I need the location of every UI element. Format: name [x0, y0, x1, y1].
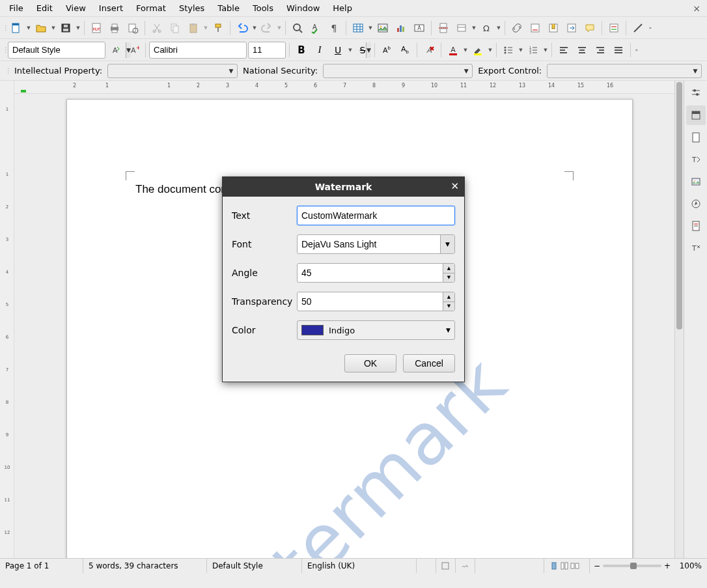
zoom-knob[interactable]: [630, 563, 637, 569]
document-close-icon[interactable]: ×: [689, 3, 704, 14]
formatting-marks-button[interactable]: ¶: [326, 20, 342, 36]
open-button[interactable]: [33, 20, 49, 36]
menu-file[interactable]: File: [3, 1, 30, 15]
bold-button[interactable]: B: [293, 42, 310, 59]
scrollbar-thumb[interactable]: [676, 82, 682, 329]
subscript-button[interactable]: Ab: [396, 42, 413, 59]
watermark-font-input[interactable]: [298, 235, 440, 253]
multi-page-icon[interactable]: [560, 561, 569, 570]
insert-table-dropdown-icon[interactable]: ▼: [368, 20, 373, 36]
ec-dropdown[interactable]: ▼: [547, 64, 702, 78]
menu-view[interactable]: View: [59, 1, 92, 15]
zoom-percent[interactable]: 100%: [674, 559, 707, 573]
status-insert-mode[interactable]: [417, 559, 436, 573]
spin-up-icon[interactable]: ▲: [443, 264, 454, 273]
menu-tools[interactable]: Tools: [246, 1, 280, 15]
menu-styles[interactable]: Styles: [173, 1, 211, 15]
undo-button[interactable]: [234, 20, 251, 36]
ruler-indent-marker[interactable]: [21, 90, 26, 92]
sidebar-manage-changes-button[interactable]: [686, 216, 706, 236]
footnote-button[interactable]: [527, 20, 544, 36]
cut-button[interactable]: [148, 20, 165, 36]
watermark-font-combo[interactable]: ▼: [297, 234, 455, 254]
watermark-angle-spinner[interactable]: ▲▼: [297, 263, 455, 283]
horizontal-ruler[interactable]: 2 1 1 2 3 4 5 6 7 8 9 10 11 12 13 14 15 …: [14, 81, 674, 94]
status-wordcount[interactable]: 5 words, 39 characters: [83, 559, 207, 573]
toolbar-overflow-icon[interactable]: »: [648, 20, 653, 36]
font-size-combo[interactable]: ▼: [248, 42, 286, 59]
vertical-ruler[interactable]: 1 1 2 3 4 5 6 7 8 9 10 11 12: [0, 81, 14, 558]
page-break-button[interactable]: [435, 20, 452, 36]
spin-down-icon[interactable]: ▼: [443, 273, 454, 283]
number-list-button[interactable]: 123: [525, 42, 542, 59]
menu-window[interactable]: Window: [280, 1, 326, 15]
highlight-button[interactable]: [469, 42, 486, 59]
track-changes-button[interactable]: [605, 20, 622, 36]
menu-insert[interactable]: Insert: [92, 1, 130, 15]
new-style-button[interactable]: A+: [125, 42, 142, 59]
toolbar-grip-icon[interactable]: ⋮: [5, 67, 9, 74]
insert-field-button[interactable]: [453, 20, 470, 36]
zoom-out-icon[interactable]: −: [594, 561, 600, 570]
clone-format-button[interactable]: [210, 20, 227, 36]
save-dropdown-icon[interactable]: ▼: [76, 20, 81, 36]
save-button[interactable]: [57, 20, 74, 36]
print-preview-button[interactable]: [124, 20, 141, 36]
number-dropdown-icon[interactable]: ▼: [543, 42, 548, 59]
open-dropdown-icon[interactable]: ▼: [51, 20, 56, 36]
undo-dropdown-icon[interactable]: ▼: [252, 20, 257, 36]
sidebar-styles-button[interactable]: T: [686, 150, 706, 169]
align-left-button[interactable]: [555, 42, 572, 59]
ip-dropdown[interactable]: ▼: [107, 64, 238, 78]
export-pdf-button[interactable]: PDF: [88, 20, 105, 36]
watermark-transparency-input[interactable]: [298, 292, 443, 311]
menu-table[interactable]: Table: [211, 1, 246, 15]
watermark-transparency-spinner[interactable]: ▲▼: [297, 292, 455, 311]
spin-down-icon[interactable]: ▼: [443, 302, 454, 311]
dialog-titlebar[interactable]: Watermark ✕: [223, 177, 464, 197]
special-char-dropdown-icon[interactable]: ▼: [496, 20, 501, 36]
sidebar-accessibility-button[interactable]: T: [686, 238, 706, 258]
align-right-button[interactable]: [592, 42, 609, 59]
vertical-scrollbar[interactable]: [674, 81, 684, 558]
menu-help[interactable]: Help: [326, 1, 359, 15]
comment-button[interactable]: [581, 20, 598, 36]
sidebar-settings-button[interactable]: [686, 83, 706, 103]
font-color-dropdown-icon[interactable]: ▼: [463, 42, 468, 59]
formatting-overflow-icon[interactable]: »: [634, 42, 639, 59]
paragraph-style-combo[interactable]: ▼: [8, 42, 105, 59]
highlight-dropdown-icon[interactable]: ▼: [488, 42, 493, 59]
single-page-icon[interactable]: [549, 561, 559, 570]
ns-dropdown[interactable]: ▼: [323, 64, 473, 78]
sidebar-gallery-button[interactable]: [686, 172, 706, 191]
dialog-close-icon[interactable]: ✕: [451, 180, 459, 192]
align-center-button[interactable]: [574, 42, 590, 59]
copy-button[interactable]: [167, 20, 184, 36]
status-style[interactable]: Default Style: [207, 559, 302, 573]
sidebar-page-button[interactable]: [686, 128, 706, 147]
redo-button[interactable]: [258, 20, 275, 36]
zoom-in-icon[interactable]: +: [664, 561, 671, 570]
special-char-button[interactable]: Ω: [478, 20, 495, 36]
clear-format-button[interactable]: A: [421, 42, 437, 59]
insert-image-button[interactable]: [374, 20, 391, 36]
bullet-dropdown-icon[interactable]: ▼: [518, 42, 523, 59]
strikethrough-button[interactable]: S: [354, 42, 371, 59]
italic-button[interactable]: I: [311, 42, 328, 59]
paste-dropdown-icon[interactable]: ▼: [203, 20, 208, 36]
find-replace-button[interactable]: [289, 20, 306, 36]
sidebar-navigator-button[interactable]: [686, 194, 706, 214]
chevron-down-icon[interactable]: ▼: [440, 235, 454, 253]
bullet-list-button[interactable]: [500, 42, 517, 59]
watermark-angle-input[interactable]: [298, 264, 443, 282]
menu-format[interactable]: Format: [130, 1, 173, 15]
toolbar-grip-icon[interactable]: ⋮: [3, 46, 7, 53]
update-style-button[interactable]: A: [107, 42, 124, 59]
watermark-color-dropdown[interactable]: Indigo ▼: [297, 320, 455, 340]
spin-up-icon[interactable]: ▲: [443, 292, 454, 302]
book-view-icon[interactable]: [570, 561, 579, 570]
status-selection-mode[interactable]: [436, 559, 456, 573]
sidebar-properties-button[interactable]: [686, 105, 706, 125]
ok-button[interactable]: OK: [344, 354, 396, 372]
new-dropdown-icon[interactable]: ▼: [26, 20, 31, 36]
